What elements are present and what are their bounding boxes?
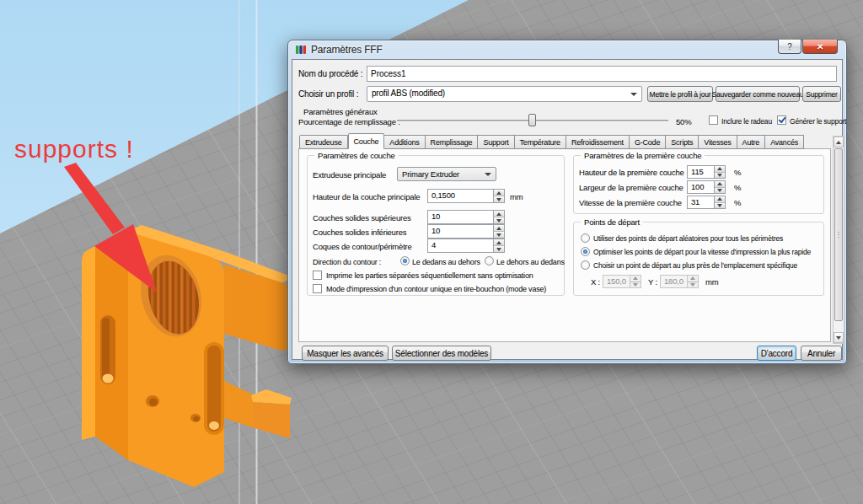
start-y-value: 180,0 [660, 275, 688, 288]
first-layer-speed-value: 31 [687, 196, 715, 209]
help-button[interactable]: ? [778, 40, 801, 54]
tab-autre[interactable]: Autre [737, 135, 766, 149]
tab-support[interactable]: Support [478, 135, 514, 149]
shells-label: Coques de contour/périmètre [313, 242, 412, 251]
tab-bar: Extrudeuse Couche Additions Remplissage … [299, 135, 804, 149]
spin-up-icon[interactable] [494, 225, 504, 231]
spin-down-icon[interactable] [715, 187, 725, 194]
primary-extruder-combobox[interactable]: Primary Extruder [397, 167, 496, 181]
vase-mode-label: Mode d'impression d'un contour unique en… [326, 285, 546, 293]
first-layer-speed-unit: % [734, 198, 741, 207]
infill-slider[interactable] [397, 113, 668, 128]
slider-handle[interactable] [528, 114, 536, 126]
tab-temperature[interactable]: Température [515, 135, 566, 149]
cancel-button[interactable]: Annuler [801, 346, 842, 361]
close-button[interactable]: ✕ [802, 40, 838, 54]
choose-start-radio[interactable] [581, 260, 590, 270]
spin-down-icon[interactable] [494, 217, 504, 223]
tab-extrudeuse[interactable]: Extrudeuse [299, 135, 348, 149]
tab-gcode[interactable]: G-Code [630, 135, 666, 149]
spin-down-icon[interactable] [715, 202, 725, 209]
first-layer-width-label: Largeur de la première couche [579, 183, 683, 192]
chevron-down-icon [630, 93, 637, 96]
layer-height-value: 0,1500 [427, 189, 494, 203]
optimize-start-radio[interactable] [581, 247, 590, 256]
chevron-down-icon [485, 173, 491, 176]
first-layer-width-spinbox[interactable]: 100 [687, 180, 726, 194]
spin-down-icon[interactable] [715, 172, 725, 179]
first-layer-width-value: 100 [687, 180, 715, 194]
spin-down-icon[interactable] [688, 281, 698, 288]
spin-up-icon[interactable] [494, 211, 504, 217]
tab-vitesses[interactable]: Vitesses [699, 135, 737, 149]
bottom-solid-spinbox[interactable]: 10 [427, 224, 505, 239]
top-solid-spinbox[interactable]: 10 [427, 210, 505, 224]
choose-start-label: Choisir un point de départ au plus près … [593, 261, 797, 270]
direction-label: Direction du contour : [313, 258, 381, 266]
infill-value: 50% [676, 117, 691, 126]
fff-settings-dialog: Paramètres FFF ? ✕ Nom du procédé : Choi… [287, 40, 847, 364]
tab-avances[interactable]: Avancés [765, 135, 804, 149]
layer-height-spinbox[interactable]: 0,1500 [427, 189, 505, 203]
first-layer-group-title: Paramètres de la première couche [581, 151, 705, 160]
start-x-spinbox[interactable]: 150,0 [603, 275, 641, 288]
first-layer-speed-spinbox[interactable]: 31 [687, 196, 726, 209]
tab-couche[interactable]: Couche [348, 133, 385, 149]
raft-checkbox[interactable] [709, 115, 718, 125]
scrollbar-thumb[interactable] [834, 148, 843, 321]
infill-label: Pourcentage de remplissage : [298, 117, 400, 126]
shells-value: 4 [427, 239, 494, 253]
layer-height-label: Hauteur de la couche principale [313, 192, 420, 201]
raft-label: Inclure le radeau [721, 117, 772, 126]
top-solid-value: 10 [427, 210, 494, 224]
support-checkbox[interactable] [777, 115, 786, 125]
random-start-radio[interactable] [581, 233, 590, 243]
direction-inside-out-label: Le dedans au dehors [412, 258, 480, 266]
app-icon [295, 44, 307, 56]
spin-down-icon[interactable] [494, 231, 504, 238]
first-layer-height-spinbox[interactable]: 115 [687, 165, 726, 179]
dialog-client-area: Nom du procédé : Choisir un profil : pro… [292, 59, 843, 360]
scrollbar-grip [838, 232, 839, 239]
sequential-checkbox[interactable] [313, 271, 322, 280]
profile-combobox-value: profil ABS (modified) [372, 88, 445, 98]
tab-remplissage[interactable]: Remplissage [426, 135, 479, 149]
profile-combobox[interactable]: profil ABS (modified) [367, 86, 642, 102]
titlebar[interactable]: Paramètres FFF ? ✕ [288, 40, 846, 59]
close-icon: ✕ [817, 42, 823, 51]
tab-scripts[interactable]: Scripts [666, 135, 699, 149]
start-unit-label: mm [705, 277, 718, 287]
spin-down-icon[interactable] [494, 245, 504, 252]
annotation-text: supports ! [14, 135, 134, 164]
layer-group-title: Paramètres de couche [314, 151, 399, 160]
spin-up-icon[interactable] [494, 190, 504, 196]
tab-additions[interactable]: Additions [384, 135, 425, 149]
process-name-input[interactable] [367, 66, 837, 82]
hide-advanced-button[interactable]: Masquer les avancés [302, 346, 389, 361]
process-name-label: Nom du procédé : [298, 69, 362, 78]
first-layer-height-unit: % [734, 168, 741, 177]
spin-down-icon[interactable] [630, 281, 641, 288]
vase-mode-checkbox[interactable] [313, 284, 322, 293]
layer-height-unit: mm [510, 192, 523, 201]
direction-outside-in-radio[interactable] [485, 256, 494, 265]
vertical-scrollbar[interactable] [833, 136, 844, 344]
bottom-solid-label: Couches solides inférieures [313, 228, 406, 237]
scroll-down-icon[interactable] [834, 332, 844, 343]
save-as-new-button[interactable]: Sauvegarder comme nouveau [716, 86, 800, 102]
tab-refroidissement[interactable]: Refroidissement [566, 135, 630, 149]
spin-down-icon[interactable] [494, 196, 504, 202]
update-profile-button[interactable]: Mettre le profil à jour [647, 86, 713, 102]
direction-inside-out-radio[interactable] [400, 256, 410, 265]
optimize-start-label: Optimiser les points de départ pour la v… [593, 248, 811, 256]
spin-up-icon[interactable] [494, 239, 504, 245]
ok-button[interactable]: D'accord [757, 346, 796, 361]
start-x-value: 150,0 [603, 275, 630, 288]
start-y-spinbox[interactable]: 180,0 [660, 275, 699, 288]
delete-profile-button[interactable]: Supprimer [802, 86, 841, 102]
scroll-up-icon[interactable] [834, 137, 844, 147]
general-section-label: Paramètres généraux [303, 107, 378, 116]
select-models-button[interactable]: Sélectionner des modèles [392, 346, 491, 361]
shells-spinbox[interactable]: 4 [427, 239, 505, 253]
help-icon: ? [787, 42, 791, 51]
